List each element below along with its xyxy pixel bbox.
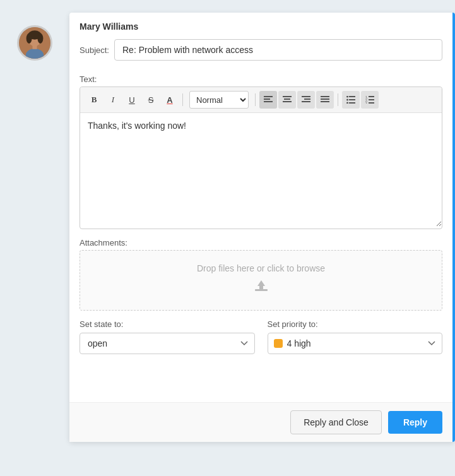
svg-rect-32 bbox=[369, 99, 374, 100]
svg-point-4 bbox=[37, 33, 43, 44]
subject-group: Subject: bbox=[80, 39, 442, 61]
bold-button[interactable]: B bbox=[85, 91, 103, 109]
state-group: Set state to: open closed pending bbox=[80, 319, 255, 354]
italic-button[interactable]: I bbox=[104, 91, 122, 109]
svg-rect-7 bbox=[264, 96, 273, 97]
align-left-button[interactable] bbox=[259, 91, 277, 109]
attachments-label: Attachments: bbox=[80, 238, 442, 247]
svg-rect-35 bbox=[255, 289, 268, 291]
state-label: Set state to: bbox=[80, 319, 255, 329]
ordered-list-button[interactable]: 1.2.3. bbox=[361, 91, 379, 109]
svg-rect-13 bbox=[283, 101, 292, 102]
text-section: Text: B I U S A Normal Heading 1 bbox=[69, 72, 452, 402]
svg-point-25 bbox=[346, 99, 348, 101]
svg-rect-16 bbox=[304, 98, 310, 100]
footer-bar: Reply and Close Reply bbox=[69, 402, 452, 442]
panel-header: Mary Williams Subject: bbox=[69, 13, 452, 72]
svg-rect-28 bbox=[349, 102, 355, 104]
align-justify-button[interactable] bbox=[316, 91, 334, 109]
svg-rect-8 bbox=[264, 98, 270, 100]
priority-label: Set priority to: bbox=[268, 319, 443, 329]
svg-rect-21 bbox=[321, 101, 329, 102]
strikethrough-button[interactable]: S bbox=[142, 91, 160, 109]
avatar bbox=[17, 25, 52, 61]
state-select[interactable]: open closed pending bbox=[80, 333, 255, 354]
text-group: Text: B I U S A Normal Heading 1 bbox=[69, 74, 452, 229]
svg-rect-20 bbox=[321, 98, 329, 100]
upload-icon bbox=[254, 278, 269, 297]
font-color-button[interactable]: A bbox=[161, 91, 179, 109]
attachments-drop-zone[interactable]: Drop files here or click to browse bbox=[80, 250, 442, 311]
underline-button[interactable]: U bbox=[123, 91, 141, 109]
unordered-list-button[interactable] bbox=[342, 91, 360, 109]
toolbar-divider-1 bbox=[182, 93, 183, 106]
svg-rect-17 bbox=[302, 101, 310, 102]
svg-rect-24 bbox=[349, 96, 355, 97]
svg-rect-34 bbox=[369, 102, 374, 104]
attachments-group: Attachments: Drop files here or click to… bbox=[69, 238, 452, 311]
svg-rect-11 bbox=[283, 96, 292, 97]
svg-rect-26 bbox=[349, 99, 355, 100]
text-content-area[interactable]: Thanks, it's working now! bbox=[80, 113, 442, 227]
align-right-button[interactable] bbox=[297, 91, 315, 109]
svg-rect-9 bbox=[264, 101, 273, 102]
svg-rect-6 bbox=[32, 45, 37, 49]
priority-select[interactable]: 1 low 2 normal 3 high 4 high 5 urgent bbox=[268, 333, 443, 354]
state-priority-row: Set state to: open closed pending Set pr… bbox=[69, 319, 452, 354]
format-select[interactable]: Normal Heading 1 Heading 2 Heading 3 bbox=[189, 91, 249, 109]
reply-button[interactable]: Reply bbox=[388, 411, 442, 434]
page-wrapper: Mary Williams Subject: Text: B I U S bbox=[0, 0, 455, 476]
text-toolbar: B I U S A Normal Heading 1 Heading 2 Hea… bbox=[80, 87, 442, 113]
svg-rect-12 bbox=[284, 98, 290, 100]
drop-text: Drop files here or click to browse bbox=[197, 263, 325, 273]
priority-select-wrapper: 1 low 2 normal 3 high 4 high 5 urgent bbox=[268, 333, 443, 354]
svg-rect-15 bbox=[302, 96, 310, 97]
reply-and-close-button[interactable]: Reply and Close bbox=[290, 410, 382, 434]
priority-group: Set priority to: 1 low 2 normal 3 high 4… bbox=[268, 319, 443, 354]
text-label: Text: bbox=[80, 74, 442, 84]
align-center-button[interactable] bbox=[278, 91, 296, 109]
svg-point-3 bbox=[27, 33, 32, 44]
svg-point-27 bbox=[346, 102, 348, 104]
subject-input[interactable] bbox=[114, 39, 442, 61]
toolbar-divider-2 bbox=[255, 93, 256, 106]
svg-rect-19 bbox=[321, 96, 329, 97]
user-name: Mary Williams bbox=[80, 21, 442, 32]
avatar-column bbox=[0, 13, 69, 61]
main-panel: Mary Williams Subject: Text: B I U S bbox=[69, 13, 455, 442]
svg-point-23 bbox=[346, 96, 348, 98]
svg-text:3.: 3. bbox=[365, 102, 368, 104]
svg-marker-36 bbox=[257, 280, 265, 289]
subject-label: Subject: bbox=[80, 45, 109, 55]
svg-rect-30 bbox=[369, 96, 374, 97]
text-editor-wrapper: B I U S A Normal Heading 1 Heading 2 Hea… bbox=[80, 86, 442, 229]
toolbar-divider-3 bbox=[338, 93, 338, 106]
